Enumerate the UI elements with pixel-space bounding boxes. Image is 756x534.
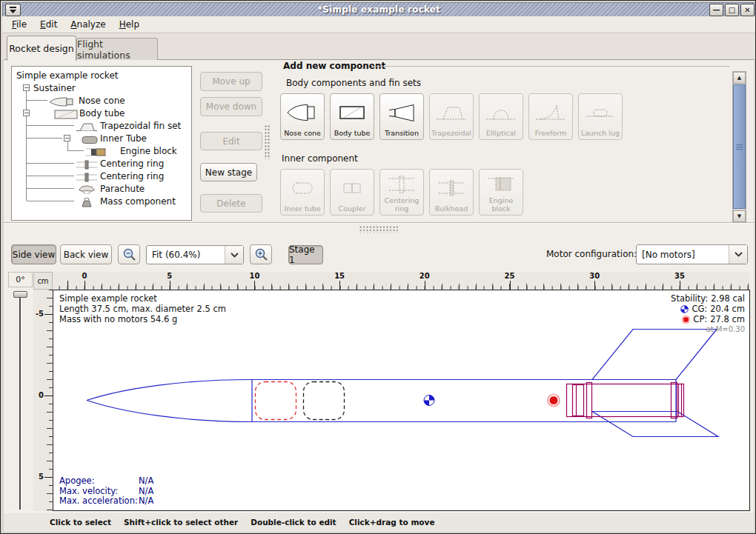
- tree-connector: [27, 176, 74, 176]
- close-button[interactable]: ✕: [740, 4, 755, 16]
- cg-icon: [680, 305, 689, 313]
- tree-item-label: Engine block: [120, 146, 177, 156]
- tree-item-sustainer[interactable]: Sustainer: [33, 81, 76, 94]
- tree-connector: [67, 150, 84, 151]
- engine-block-icon: [484, 172, 518, 197]
- rotation-slider-thumb[interactable]: [13, 291, 27, 298]
- tree-item-trapezoidal-fin-set[interactable]: Trapezoidal fin set: [100, 119, 181, 132]
- add-coupler-button[interactable]: Coupler: [330, 169, 374, 216]
- tree-item-mass-component[interactable]: Mass component: [100, 195, 176, 207]
- menu-file[interactable]: File: [5, 18, 33, 31]
- stability-info: Stability: 2.98 cal CG: 20.4 cm CP: 27.8: [671, 293, 745, 335]
- scroll-up-button[interactable]: ▲: [733, 72, 746, 84]
- maximize-button[interactable]: □: [725, 4, 739, 16]
- freeform-fin-icon: [534, 96, 568, 130]
- cg-marker[interactable]: [424, 396, 434, 406]
- cp-marker[interactable]: [548, 395, 560, 407]
- motor-configuration-select[interactable]: [No motors]: [636, 244, 748, 264]
- add-transition-button[interactable]: Transition: [379, 93, 424, 140]
- back-view-button[interactable]: Back view: [60, 244, 112, 264]
- add-freeform-fin-button[interactable]: Freeform: [528, 93, 573, 140]
- scrollbar-thumb[interactable]: [733, 84, 746, 209]
- add-launch-lug-button[interactable]: Launch lug: [578, 93, 623, 140]
- tree-item-parachute[interactable]: Parachute: [100, 182, 145, 195]
- nose-cone-outline[interactable]: [87, 380, 252, 401]
- combo-arrow: [225, 246, 243, 264]
- coupler-icon: [335, 172, 369, 205]
- motor-configuration-label: Motor configuration:: [546, 249, 637, 259]
- menu-analyze[interactable]: Analyze: [64, 18, 112, 31]
- add-bulkhead-button[interactable]: Bulkhead: [429, 169, 474, 216]
- delete-label: Delete: [216, 198, 245, 209]
- titlebar[interactable]: *Simple example rocket — □ ✕: [2, 2, 756, 17]
- horizontal-splitter[interactable]: [359, 226, 398, 233]
- delete-button[interactable]: Delete: [200, 194, 262, 213]
- edit-button[interactable]: Edit: [200, 132, 262, 150]
- stage-1-label: Stage 1: [289, 244, 322, 265]
- button-label: Nose cone: [284, 130, 321, 138]
- engine-block-outline[interactable]: [573, 385, 584, 416]
- tree-item-engine-block[interactable]: Engine block: [120, 144, 177, 157]
- side-view-label: Side view: [13, 250, 55, 260]
- nose-cone-outline[interactable]: [87, 401, 252, 422]
- tree-item-body-tube[interactable]: Body tube: [79, 107, 125, 119]
- add-body-tube-button[interactable]: Body tube: [330, 93, 374, 140]
- rocket-canvas[interactable]: Simple example rocketLength 37.5 cm, max…: [53, 290, 750, 511]
- component-panel-scrollbar[interactable]: ▲ ▼: [732, 71, 746, 223]
- apogee-label: Apogee:: [59, 476, 139, 487]
- parachute-outline[interactable]: [256, 382, 296, 420]
- zoom-level-select[interactable]: Fit (60.4%): [146, 245, 244, 264]
- add-inner-tube-button[interactable]: Inner tube: [280, 169, 325, 216]
- cp-label: CP:: [693, 314, 707, 324]
- chevron-down-icon: [231, 253, 239, 258]
- tree-item-centering-ring-2[interactable]: Centering ring: [100, 170, 164, 182]
- tree-item-nose-cone[interactable]: Nose cone: [79, 94, 125, 107]
- add-nose-cone-button[interactable]: Nose cone: [280, 93, 325, 140]
- tab-flight-simulations[interactable]: Flight simulations: [76, 38, 158, 60]
- expander-sustainer[interactable]: −: [23, 84, 30, 91]
- component-tree[interactable]: Simple example rocket − Sustainer Nose c…: [11, 66, 192, 221]
- expander-body-tube[interactable]: −: [23, 110, 30, 116]
- horizontal-ruler: 0 5 10 15 20 25 30 35: [53, 272, 750, 290]
- centering-ring-outline[interactable]: [587, 383, 592, 418]
- tab-rocket-design[interactable]: Rocket design: [7, 36, 76, 61]
- menu-help[interactable]: Help: [113, 18, 146, 31]
- body-tube-icon: [54, 108, 78, 122]
- side-view-button[interactable]: Side view: [11, 244, 56, 264]
- vertical-splitter[interactable]: [265, 125, 271, 159]
- ruler-number: 25: [505, 272, 515, 280]
- tree-item-inner-tube[interactable]: Inner Tube: [100, 132, 147, 144]
- move-up-button[interactable]: Move up: [200, 72, 262, 91]
- tree-item-centering-ring-1[interactable]: Centering ring: [100, 157, 164, 170]
- menubar: File Edit Analyze Help: [2, 16, 755, 33]
- maximize-icon: □: [729, 7, 735, 14]
- add-trapezoidal-fin-button[interactable]: Trapezoidal: [429, 93, 474, 140]
- bulkhead-icon: [434, 172, 468, 205]
- add-component-title: Add new component: [283, 61, 385, 71]
- rotation-value-box: 0°: [8, 272, 33, 287]
- rotation-slider-track[interactable]: [19, 292, 21, 510]
- minimize-button[interactable]: —: [709, 4, 723, 16]
- inner-components[interactable]: [567, 383, 684, 418]
- add-centering-ring-button[interactable]: Centering ring: [379, 169, 424, 216]
- stage-1-toggle[interactable]: Stage 1: [288, 245, 323, 264]
- add-elliptical-fin-button[interactable]: Elliptical: [479, 93, 523, 140]
- zoom-in-button[interactable]: [250, 244, 272, 264]
- cg-row: CG: 20.4 cm: [671, 304, 745, 314]
- tree-item-rocket[interactable]: Simple example rocket: [16, 69, 118, 81]
- mass-component-outline[interactable]: [304, 382, 345, 420]
- expander-inner-tube[interactable]: −: [64, 135, 70, 141]
- new-stage-label: New stage: [205, 167, 252, 178]
- zoom-out-button[interactable]: [118, 244, 140, 264]
- scroll-down-button[interactable]: ▼: [733, 210, 746, 222]
- button-label: Bulkhead: [435, 205, 468, 213]
- move-down-button[interactable]: Move down: [200, 97, 262, 116]
- new-stage-button[interactable]: New stage: [200, 163, 257, 181]
- hint-shift-click: Shift+click to select other: [124, 518, 238, 527]
- rocket-outline[interactable]: [87, 330, 718, 437]
- bottom-fin-outline[interactable]: [592, 412, 718, 437]
- add-engine-block-button[interactable]: Engine block: [479, 169, 523, 216]
- top-fin-outline[interactable]: [592, 330, 717, 380]
- hint-click-drag: Click+drag to move: [349, 518, 435, 527]
- menu-edit[interactable]: Edit: [33, 18, 64, 31]
